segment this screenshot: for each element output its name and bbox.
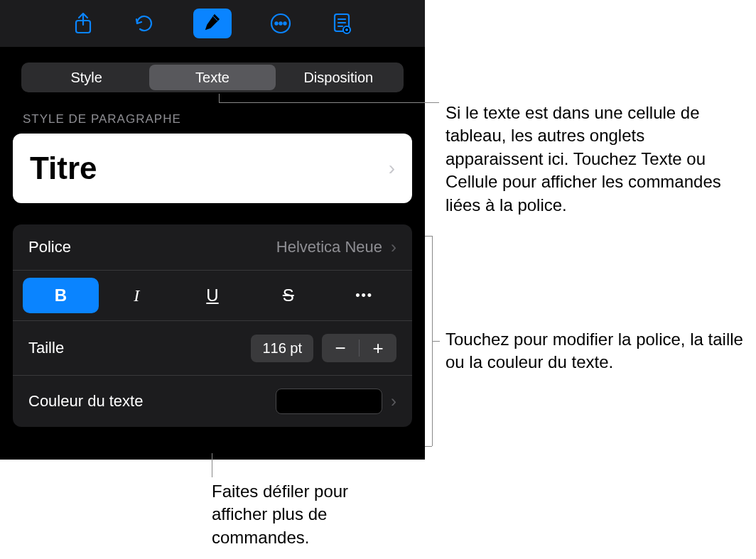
view-icon[interactable]	[330, 11, 354, 36]
bold-button[interactable]: B	[23, 278, 99, 313]
callout-line	[425, 236, 432, 237]
format-tabs: Style Texte Disposition	[21, 63, 404, 92]
underline-button[interactable]: U	[175, 278, 251, 313]
callout-line	[219, 94, 220, 102]
size-label: Taille	[28, 339, 64, 357]
text-color-swatch[interactable]	[276, 389, 382, 414]
text-color-row[interactable]: Couleur du texte ›	[13, 376, 412, 427]
font-label: Police	[28, 238, 71, 256]
text-color-label: Couleur du texte	[28, 392, 143, 411]
tab-style[interactable]: Style	[23, 65, 149, 90]
chevron-right-icon: ›	[389, 157, 395, 180]
tab-text[interactable]: Texte	[149, 65, 275, 90]
size-row: Taille 116 pt − +	[13, 321, 412, 376]
size-stepper: − +	[322, 334, 396, 362]
callout-line	[432, 341, 440, 342]
svg-point-4	[284, 22, 286, 24]
font-row[interactable]: Police Helvetica Neue ›	[13, 224, 412, 271]
paragraph-style-header: STYLE DE PARAGRAPHE	[23, 112, 402, 126]
tab-layout[interactable]: Disposition	[276, 65, 401, 90]
share-icon[interactable]	[71, 11, 95, 36]
top-toolbar	[0, 0, 425, 47]
callout-font-block: Touchez pour modifier la police, la tail…	[446, 328, 751, 374]
paragraph-style-row[interactable]: Titre ›	[13, 134, 412, 203]
strikethrough-button[interactable]: S	[250, 278, 326, 313]
callout-line	[212, 453, 212, 477]
chevron-right-icon: ›	[391, 237, 396, 257]
size-decrease-button[interactable]: −	[322, 334, 359, 362]
italic-button[interactable]: I	[99, 278, 175, 313]
svg-point-7	[345, 28, 348, 31]
format-panel: Style Texte Disposition STYLE DE PARAGRA…	[0, 0, 425, 460]
text-format-row: B I U S •••	[13, 271, 412, 321]
svg-point-3	[279, 22, 281, 24]
chevron-right-icon: ›	[391, 391, 396, 411]
svg-point-2	[275, 22, 277, 24]
more-icon[interactable]	[269, 11, 293, 36]
callout-line	[425, 446, 432, 447]
callout-line	[219, 102, 439, 103]
more-format-button[interactable]: •••	[326, 278, 402, 313]
undo-icon[interactable]	[132, 11, 156, 36]
font-value: Helvetica Neue	[276, 238, 382, 256]
size-increase-button[interactable]: +	[360, 334, 396, 362]
paragraph-style-value: Titre	[30, 151, 97, 186]
text-settings-block: Police Helvetica Neue › B I U S ••• Tail…	[13, 224, 412, 427]
size-value[interactable]: 116 pt	[251, 335, 313, 362]
format-icon[interactable]	[193, 9, 232, 38]
callout-tabs: Si le texte est dans une cellule de tabl…	[446, 102, 744, 217]
callout-scroll: Faites défiler pour afficher plus de com…	[212, 480, 396, 549]
